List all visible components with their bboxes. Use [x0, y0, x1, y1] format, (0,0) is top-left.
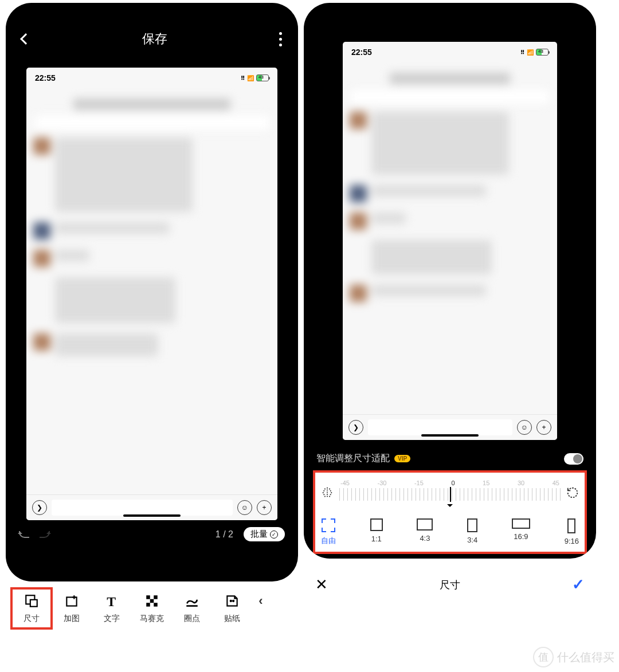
plus-icon: + [536, 420, 551, 435]
smart-resize-label: 智能调整尺寸适配 [316, 453, 390, 465]
watermark-logo-icon: 值 [533, 647, 554, 667]
ratio-4_3-icon [417, 518, 433, 530]
plus-icon: + [257, 500, 272, 515]
ruler-label: -30 [377, 480, 386, 486]
ruler-label: 45 [553, 480, 559, 486]
redo-button[interactable] [40, 531, 50, 538]
notch [106, 3, 198, 19]
emoji-icon: ☺ [517, 420, 532, 435]
ruler-label: -15 [414, 480, 424, 486]
tool-label: 马赛克 [140, 614, 164, 624]
right-phone-frame: 22:55 ⠿📶 43 [304, 3, 596, 559]
editing-image-preview[interactable]: 22:55 ⠿📶 43 [26, 68, 277, 520]
cancel-button[interactable]: ✕ [315, 576, 328, 594]
crop-preview[interactable]: 22:55 ⠿📶 43 [343, 42, 557, 440]
svg-rect-6 [150, 599, 154, 603]
page-counter: 1 / 2 [216, 529, 233, 540]
ratio-3_4-icon [467, 518, 477, 532]
save-button[interactable]: 保存 [142, 30, 167, 48]
status-time: 22:55 [35, 73, 56, 82]
tool-label: 文字 [104, 614, 120, 624]
ratio-label: 9:16 [565, 537, 579, 545]
sticker-icon [224, 593, 240, 609]
status-time: 22:55 [351, 48, 372, 57]
ratio-1_1-icon [370, 518, 383, 531]
svg-rect-1 [30, 600, 37, 607]
ratio-label: 4:3 [420, 534, 430, 543]
ratio-16_9-icon [512, 518, 530, 529]
ruler-label: -45 [340, 480, 350, 486]
svg-point-10 [233, 600, 234, 602]
crop-panel: -45-30-150153045 自由1:14:33:416:99:16 [313, 470, 587, 554]
smart-resize-row[interactable]: 智能调整尺寸适配 VIP [308, 447, 591, 470]
panel-title: 尺寸 [440, 578, 460, 592]
tool-label: 圈点 [184, 614, 200, 624]
tool-label: 贴纸 [224, 614, 240, 624]
circle-icon [184, 593, 200, 609]
tool-label: 尺寸 [23, 614, 40, 624]
left-phone-frame: 保存 22:55 ⠿📶 43 [6, 3, 298, 581]
more-menu-icon[interactable] [279, 32, 282, 46]
tool-sticker[interactable]: 贴纸 [212, 593, 252, 624]
home-indicator [123, 514, 181, 517]
tool-mosaic[interactable]: 马赛克 [132, 593, 172, 624]
ratio-free-icon [322, 518, 335, 532]
ratio-3_4[interactable]: 3:4 [467, 518, 477, 546]
svg-rect-8 [154, 603, 158, 607]
svg-text:T: T [107, 594, 116, 608]
size-icon [23, 593, 40, 609]
ratio-label: 1:1 [371, 535, 382, 543]
ratio-label: 16:9 [514, 532, 528, 541]
reset-rotation-icon[interactable] [566, 486, 579, 501]
flip-horizontal-icon[interactable] [321, 486, 334, 501]
ratio-free[interactable]: 自由 [321, 518, 336, 546]
toolbar-more-icon[interactable]: ‹ [252, 593, 269, 624]
tool-text[interactable]: T文字 [92, 593, 132, 624]
voice-icon: ❯ [348, 420, 363, 435]
mosaic-icon [144, 593, 160, 609]
ratio-label: 自由 [321, 536, 336, 546]
home-indicator [421, 434, 479, 437]
back-button[interactable] [20, 33, 32, 45]
voice-icon: ❯ [32, 500, 47, 515]
smart-resize-toggle[interactable] [564, 453, 583, 465]
ruler-label: 30 [518, 480, 524, 486]
ruler-label: 15 [483, 480, 489, 486]
rotation-ruler[interactable]: -45-30-150153045 [339, 480, 561, 508]
editor-toolbar: 尺寸加图T文字马赛克圈点贴纸‹ [6, 581, 298, 624]
ratio-9_16-icon [567, 518, 575, 533]
svg-rect-2 [66, 598, 76, 606]
svg-rect-7 [146, 603, 150, 607]
svg-point-9 [230, 600, 232, 602]
tool-addimg[interactable]: 加图 [52, 593, 92, 624]
watermark: 值 什么值得买 [533, 647, 614, 667]
status-icons: ⠿📶 43 [241, 73, 269, 82]
ratio-9_16[interactable]: 9:16 [565, 518, 579, 546]
ratio-4_3[interactable]: 4:3 [417, 518, 433, 546]
notch [404, 3, 496, 19]
tool-size[interactable]: 尺寸 [11, 588, 52, 628]
addimg-icon [64, 593, 80, 609]
tool-circle[interactable]: 圈点 [172, 593, 212, 624]
emoji-icon: ☺ [237, 500, 252, 515]
chat-input [52, 500, 233, 516]
vip-badge: VIP [394, 455, 410, 462]
text-icon: T [104, 593, 120, 609]
chat-input [368, 419, 512, 435]
ruler-label: 0 [451, 480, 455, 486]
status-icons: ⠿📶 43 [520, 48, 549, 57]
tool-label: 加图 [64, 614, 80, 624]
svg-rect-4 [146, 595, 150, 599]
batch-button[interactable]: 批量✓ [244, 527, 285, 541]
confirm-button[interactable]: ✓ [572, 576, 585, 594]
ratio-1_1[interactable]: 1:1 [370, 518, 383, 546]
ratio-16_9[interactable]: 16:9 [512, 518, 530, 546]
ratio-label: 3:4 [467, 536, 477, 544]
svg-rect-5 [154, 595, 158, 599]
undo-button[interactable] [19, 531, 29, 538]
